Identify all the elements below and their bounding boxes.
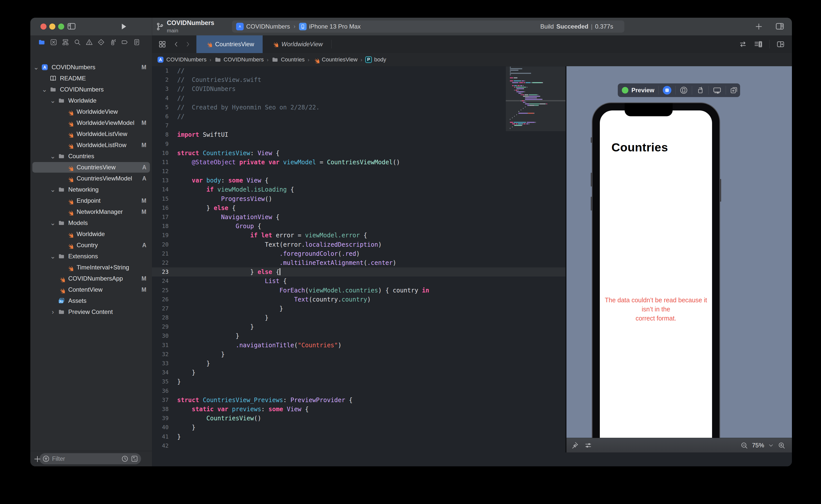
device-settings-icon[interactable] bbox=[713, 86, 722, 94]
preview-on-device-icon[interactable] bbox=[680, 86, 688, 94]
line-number[interactable]: 5 bbox=[152, 103, 169, 112]
build-status[interactable]: Build Succeeded | 0.377s bbox=[540, 23, 624, 30]
file-row-timeinterval-string[interactable]: TimeInterval+String bbox=[30, 262, 152, 273]
code-line-34[interactable]: 34 } bbox=[152, 368, 565, 377]
minimap[interactable] bbox=[506, 66, 565, 452]
line-number[interactable]: 10 bbox=[152, 149, 169, 158]
editor-options-icon[interactable] bbox=[754, 40, 763, 48]
line-number[interactable]: 6 bbox=[152, 112, 169, 121]
file-row-country[interactable]: CountryA bbox=[30, 240, 152, 251]
line-number[interactable]: 17 bbox=[152, 213, 169, 222]
code-editor[interactable]: 1//2// CountriesView.swift3// COVIDNumbe… bbox=[152, 66, 565, 452]
recent-files-clock-icon[interactable] bbox=[121, 455, 128, 462]
add-editor-icon[interactable] bbox=[776, 40, 785, 48]
zoom-window-button[interactable] bbox=[58, 24, 64, 30]
line-number[interactable]: 18 bbox=[152, 222, 169, 231]
file-row-worldwideviewmodel[interactable]: WorldwideViewModelM bbox=[30, 117, 152, 128]
line-number[interactable]: 25 bbox=[152, 286, 169, 295]
line-number[interactable]: 4 bbox=[152, 94, 169, 103]
line-number[interactable]: 13 bbox=[152, 176, 169, 185]
line-number[interactable]: 37 bbox=[152, 396, 169, 405]
file-row-models[interactable]: ⌄Models bbox=[30, 217, 152, 228]
file-row-assets[interactable]: Assets bbox=[30, 295, 152, 306]
project-navigator-icon[interactable] bbox=[38, 38, 45, 46]
line-number[interactable]: 20 bbox=[152, 240, 169, 249]
file-row-worldwideview[interactable]: WorldwideView bbox=[30, 106, 152, 117]
code-line-28[interactable]: 28 } bbox=[152, 313, 565, 322]
line-number[interactable]: 33 bbox=[152, 359, 169, 368]
code-line-27[interactable]: 27 } bbox=[152, 304, 565, 313]
code-line-14[interactable]: 14 if viewModel.isLoading { bbox=[152, 185, 565, 194]
breadcrumb-item-covidnumbers[interactable]: ACOVIDNumbers bbox=[157, 56, 207, 63]
toggle-sidebar-icon[interactable] bbox=[66, 22, 77, 31]
find-navigator-icon[interactable] bbox=[74, 38, 81, 46]
code-line-21[interactable]: 21 .foregroundColor(.red) bbox=[152, 249, 565, 258]
line-number[interactable]: 36 bbox=[152, 386, 169, 396]
file-row-contentview[interactable]: ContentViewM bbox=[30, 284, 152, 295]
code-line-31[interactable]: 31 .navigationTitle("Countries") bbox=[152, 341, 565, 350]
code-line-13[interactable]: 13 var body: some View { bbox=[152, 176, 565, 185]
line-number[interactable]: 14 bbox=[152, 185, 169, 194]
line-number[interactable]: 41 bbox=[152, 432, 169, 441]
file-row-countriesview[interactable]: CountriesViewA bbox=[30, 162, 152, 173]
code-line-25[interactable]: 25 ForEach(viewModel.countries) { countr… bbox=[152, 286, 565, 295]
line-number[interactable]: 31 bbox=[152, 341, 169, 350]
code-line-22[interactable]: 22 .multilineTextAlignment(.center) bbox=[152, 258, 565, 267]
zoom-in-icon[interactable] bbox=[778, 442, 785, 449]
line-number[interactable]: 27 bbox=[152, 304, 169, 313]
report-navigator-icon[interactable] bbox=[133, 38, 141, 46]
tab-worldwideview[interactable]: WorldwideView bbox=[263, 35, 331, 53]
code-line-8[interactable]: 8import SwiftUI bbox=[152, 130, 565, 139]
code-line-29[interactable]: 29 } bbox=[152, 322, 565, 331]
file-row-worldwidelistview[interactable]: WorldwideListView bbox=[30, 128, 152, 140]
disclosure-right-icon[interactable]: › bbox=[50, 309, 56, 314]
line-number[interactable]: 21 bbox=[152, 249, 169, 258]
line-number[interactable]: 8 bbox=[152, 130, 169, 139]
run-button[interactable] bbox=[119, 22, 128, 31]
line-number[interactable]: 23 bbox=[152, 267, 169, 277]
code-review-icon[interactable] bbox=[739, 40, 747, 48]
breadcrumb-item-body[interactable]: Pbody bbox=[365, 56, 386, 63]
pin-preview-icon[interactable] bbox=[571, 442, 579, 449]
code-line-2[interactable]: 2// CountriesView.swift bbox=[152, 75, 565, 84]
code-line-20[interactable]: 20 Text(error.localizedDescription) bbox=[152, 240, 565, 249]
tab-overview-icon[interactable] bbox=[158, 40, 166, 48]
file-row-worldwide[interactable]: ⌄Worldwide bbox=[30, 95, 152, 106]
code-line-12[interactable]: 12 bbox=[152, 167, 565, 176]
line-number[interactable]: 22 bbox=[152, 258, 169, 267]
duplicate-preview-icon[interactable] bbox=[730, 86, 738, 94]
add-file-icon[interactable] bbox=[33, 455, 41, 463]
breadcrumb-item-countriesview[interactable]: CountriesView bbox=[312, 56, 357, 63]
disclosure-down-icon[interactable]: ⌄ bbox=[33, 65, 39, 70]
disclosure-down-icon[interactable]: ⌄ bbox=[50, 154, 56, 159]
file-row-networking[interactable]: ⌄Networking bbox=[30, 184, 152, 195]
zoom-level[interactable]: 75% bbox=[752, 442, 764, 449]
code-line-19[interactable]: 19 if let error = viewModel.error { bbox=[152, 231, 565, 240]
disclosure-down-icon[interactable]: ⌄ bbox=[50, 220, 56, 225]
breadcrumb-item-countries[interactable]: Countries bbox=[271, 56, 305, 63]
live-preview-button[interactable] bbox=[663, 86, 671, 95]
zoom-chevron-icon[interactable] bbox=[768, 443, 774, 448]
app-screen[interactable]: Countries The data couldn’t be read beca… bbox=[600, 110, 712, 452]
line-number[interactable]: 11 bbox=[152, 158, 169, 167]
line-number[interactable]: 16 bbox=[152, 203, 169, 213]
file-row-endpoint[interactable]: EndpointM bbox=[30, 195, 152, 206]
code-line-32[interactable]: 32 } bbox=[152, 350, 565, 359]
code-line-36[interactable]: 36 bbox=[152, 386, 565, 396]
file-row-worldwidelistrow[interactable]: WorldwideListRowM bbox=[30, 140, 152, 151]
tab-countriesview[interactable]: CountriesView bbox=[196, 35, 263, 53]
line-number[interactable]: 29 bbox=[152, 322, 169, 331]
code-line-40[interactable]: 40 } bbox=[152, 423, 565, 432]
file-row-covidnumbers[interactable]: ⌄ACOVIDNumbersM bbox=[30, 62, 152, 73]
line-number[interactable]: 26 bbox=[152, 295, 169, 304]
line-number[interactable]: 15 bbox=[152, 194, 169, 203]
file-row-covidnumbers[interactable]: ⌄COVIDNumbers bbox=[30, 84, 152, 95]
line-number[interactable]: 12 bbox=[152, 167, 169, 176]
file-row-networkmanager[interactable]: NetworkManagerM bbox=[30, 206, 152, 217]
code-line-4[interactable]: 4// bbox=[152, 94, 565, 103]
file-row-extensions[interactable]: ⌄Extensions bbox=[30, 251, 152, 262]
source-control-status-icon[interactable] bbox=[131, 455, 138, 462]
breakpoint-navigator-icon[interactable] bbox=[121, 38, 129, 46]
code-line-37[interactable]: 37struct CountriesView_Previews: Preview… bbox=[152, 396, 565, 405]
forward-icon[interactable] bbox=[185, 40, 191, 48]
